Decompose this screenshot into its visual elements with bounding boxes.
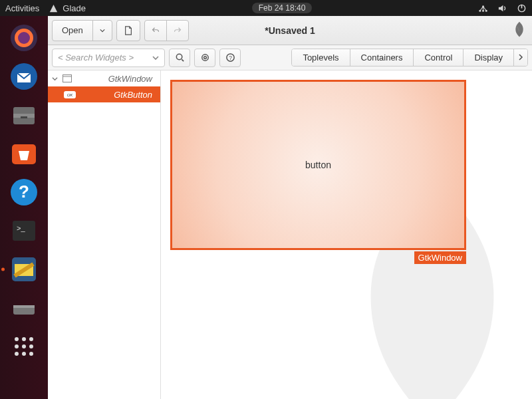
undo-button[interactable]: [144, 20, 167, 41]
expander-icon[interactable]: [51, 76, 59, 82]
dock-files[interactable]: [7, 98, 41, 132]
svg-text:OK: OK: [67, 93, 74, 97]
search-icon: [175, 53, 185, 63]
svg-rect-13: [21, 116, 27, 118]
dock-software[interactable]: [7, 137, 41, 170]
tab-display[interactable]: Display: [464, 49, 514, 66]
svg-point-34: [201, 55, 207, 61]
glade-window: Open *Unsaved 1 < Search Widgets > ? Top…: [48, 16, 532, 399]
tree-row-label: GtkButton: [80, 90, 160, 100]
svg-point-32: [176, 54, 182, 59]
svg-line-33: [182, 59, 184, 61]
dock-help[interactable]: ?: [7, 176, 41, 209]
power-icon[interactable]: [517, 3, 527, 13]
tab-control[interactable]: Control: [414, 49, 464, 66]
svg-point-9: [18, 32, 30, 44]
help-button[interactable]: ?: [219, 49, 241, 67]
clock-button[interactable]: Feb 24 18:40: [252, 3, 313, 13]
tab-more[interactable]: [514, 49, 527, 66]
zoom-button[interactable]: [169, 49, 190, 67]
glade-logo-icon: [511, 21, 528, 40]
volume-icon[interactable]: [497, 3, 507, 13]
dock-firefox[interactable]: [7, 21, 41, 55]
glade-app-icon: [49, 3, 59, 13]
svg-rect-22: [13, 305, 35, 308]
document-new-icon: [124, 25, 133, 36]
gear-icon: [200, 53, 210, 63]
network-icon[interactable]: [478, 3, 488, 13]
redo-button[interactable]: [166, 20, 189, 41]
svg-point-30: [22, 352, 26, 356]
design-gtkwindow[interactable]: button GtkWindow: [170, 80, 466, 264]
chevron-right-icon: [518, 54, 523, 61]
dock-terminal[interactable]: >_: [7, 214, 41, 247]
tree-row-gtkbutton[interactable]: OK GtkButton: [48, 86, 160, 102]
svg-point-27: [22, 344, 26, 348]
design-selection-annot: GtkWindow: [414, 251, 466, 264]
design-button-label: button: [305, 160, 331, 170]
dock-glade[interactable]: [7, 253, 41, 286]
focused-app-name: Glade: [63, 3, 86, 13]
svg-rect-38: [63, 75, 72, 82]
secondary-toolbar: < Search Widgets > ? Toplevels Container…: [48, 45, 532, 70]
open-button[interactable]: Open: [52, 20, 93, 41]
svg-point-25: [29, 337, 33, 341]
open-recent-dropdown[interactable]: [92, 20, 112, 41]
tab-containers[interactable]: Containers: [350, 49, 414, 66]
tree-row-gtkwindow[interactable]: GtkWindow: [48, 70, 160, 86]
widget-category-tabs: Toplevels Containers Control Display: [291, 49, 528, 66]
ubuntu-dock: ? >_: [0, 16, 48, 399]
svg-point-29: [15, 352, 19, 356]
tab-toplevels[interactable]: Toplevels: [292, 49, 350, 66]
design-canvas[interactable]: button GtkWindow: [161, 70, 532, 399]
gnome-top-panel: Activities Glade Feb 24 18:40: [0, 0, 532, 16]
window-icon: [63, 74, 72, 82]
object-tree-sidebar: GtkWindow OK GtkButton: [48, 70, 161, 399]
redo-icon: [174, 25, 182, 35]
svg-point-26: [15, 344, 19, 348]
svg-point-28: [29, 344, 33, 348]
activities-button[interactable]: Activities: [5, 3, 39, 13]
svg-point-31: [29, 352, 33, 356]
preferences-button[interactable]: [194, 49, 215, 67]
undo-icon: [152, 25, 160, 35]
headerbar: Open *Unsaved 1: [48, 16, 532, 45]
search-placeholder-text: < Search Widgets >: [58, 53, 134, 63]
help-icon: ?: [225, 53, 235, 63]
svg-text:>_: >_: [17, 224, 25, 232]
window-body: GtkWindow OK GtkButton button GtkWindow: [48, 70, 532, 399]
button-icon: OK: [64, 91, 76, 98]
svg-point-24: [22, 337, 26, 341]
svg-marker-0: [50, 4, 57, 11]
svg-point-23: [15, 337, 19, 341]
tree-row-label: GtkWindow: [76, 74, 160, 84]
dock-apps-grid[interactable]: [7, 330, 41, 363]
focused-app-indicator[interactable]: Glade: [49, 3, 86, 13]
chevron-down-icon: [152, 55, 159, 61]
new-document-button[interactable]: [116, 20, 140, 41]
svg-point-35: [203, 57, 206, 59]
design-gtkbutton[interactable]: button: [170, 80, 466, 250]
chevron-down-icon: [100, 27, 105, 34]
svg-text:?: ?: [229, 55, 232, 61]
dock-thunderbird[interactable]: [7, 60, 41, 93]
dock-drive[interactable]: [7, 291, 41, 325]
widget-search-input[interactable]: < Search Widgets >: [52, 49, 165, 67]
svg-text:?: ?: [19, 182, 29, 201]
